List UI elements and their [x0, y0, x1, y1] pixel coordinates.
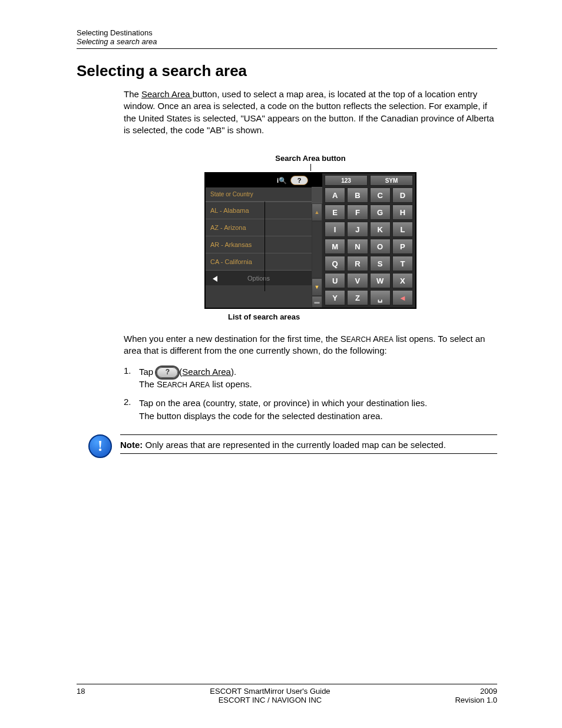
search-area-button[interactable]: ? [290, 176, 308, 185]
key[interactable]: E [325, 205, 345, 220]
scroll-up-icon[interactable]: ▲ [312, 203, 322, 221]
list-item[interactable]: CA - California [206, 253, 312, 270]
key[interactable]: O [370, 239, 391, 254]
footer-rule [77, 684, 497, 684]
search-input[interactable]: State or Country [206, 187, 312, 202]
key[interactable]: A [325, 187, 345, 203]
note-text: Note: Only areas that are represented in… [120, 440, 497, 450]
footer-year: 2009 [455, 687, 497, 696]
step-2: Tap on the area (country, state, or prov… [139, 397, 497, 423]
info-icon: ! [88, 434, 112, 458]
footer-title: ESCORT SmartMirror User's Guide [85, 687, 455, 696]
key[interactable]: D [392, 187, 413, 203]
page-number: 18 [77, 687, 85, 704]
key[interactable]: L [392, 222, 413, 237]
back-icon[interactable] [213, 276, 217, 282]
page-title: Selecting a search area [77, 62, 497, 80]
mode-123-button[interactable]: 123 [325, 175, 368, 186]
key[interactable]: Q [325, 256, 345, 271]
step-number: 2. [124, 397, 139, 423]
header-line1: Selecting Destinations [77, 28, 497, 37]
key[interactable]: G [370, 205, 391, 220]
options-label[interactable]: Options [247, 275, 270, 282]
key[interactable]: H [392, 205, 413, 220]
key[interactable]: R [347, 256, 368, 271]
intro-paragraph: The Search Area button, used to select a… [124, 88, 497, 136]
search-area-link[interactable]: Search Area [141, 89, 193, 99]
header-line2: Selecting a search area [77, 37, 497, 46]
key[interactable]: P [392, 239, 413, 254]
step-number: 1. [124, 365, 139, 391]
key[interactable]: X [392, 273, 413, 288]
step-list: 1. Tap ?(Search Area). The SEARCH AREA l… [124, 365, 497, 423]
key[interactable]: M [325, 239, 345, 254]
note-rule-bottom [120, 453, 497, 454]
magnifier-icon: i🔍 [277, 177, 287, 185]
callout-pointer-top [310, 164, 311, 171]
key[interactable]: W [370, 273, 391, 288]
key[interactable]: K [370, 222, 391, 237]
key[interactable]: T [392, 256, 413, 271]
keyboard-pane: 123 SYM A B C D E F G H I J K [322, 173, 415, 308]
footer-revision: Revision 1.0 [455, 696, 497, 704]
device-screenshot: i🔍 ? State or Country AL - Alabama AZ - … [204, 172, 416, 309]
key[interactable]: U [325, 273, 345, 288]
key[interactable]: I [325, 222, 345, 237]
space-key[interactable]: ␣ [370, 290, 391, 305]
key[interactable]: Z [347, 290, 368, 305]
step-1: Tap ?(Search Area). The SEARCH AREA list… [139, 365, 497, 391]
footer-company: ESCORT INC / NAVIGON INC [85, 696, 455, 704]
list-item[interactable]: AL - Alabama [206, 202, 312, 219]
scroll-track[interactable] [312, 221, 322, 278]
options-bar: Options [206, 270, 312, 285]
key[interactable]: F [347, 205, 368, 220]
inline-search-area-icon: ? [157, 367, 178, 378]
para-instructions: When you enter a new destination for the… [124, 333, 497, 357]
note-rule-top [120, 434, 497, 435]
scroll-down-icon[interactable]: ▼ [312, 278, 322, 296]
page-footer: 18 ESCORT SmartMirror User's Guide ESCOR… [77, 684, 497, 704]
key[interactable]: N [347, 239, 368, 254]
callout-pointer-list [265, 202, 265, 291]
callout-search-area-button: Search Area button [204, 154, 416, 163]
backspace-key[interactable]: ◄ [392, 290, 413, 305]
header-rule [77, 48, 497, 49]
key[interactable]: B [347, 187, 368, 203]
list-item[interactable]: AR - Arkansas [206, 236, 312, 253]
search-area-link-2[interactable]: Search Area [182, 367, 231, 377]
running-header: Selecting Destinations Selecting a searc… [77, 28, 497, 46]
list-item[interactable]: AZ - Arizona [206, 219, 312, 236]
key[interactable]: V [347, 273, 368, 288]
note-block: ! Note: Only areas that are represented … [124, 431, 497, 459]
callout-list-of-areas: List of search areas [228, 312, 416, 321]
device-top-bar: i🔍 ? [206, 173, 312, 187]
key[interactable]: J [347, 222, 368, 237]
figure: Search Area button i🔍 ? State or Country… [124, 154, 497, 321]
key[interactable]: S [370, 256, 391, 271]
scroll-column: ▲ ▼ ▬ [312, 173, 322, 308]
mode-sym-button[interactable]: SYM [370, 175, 413, 186]
key[interactable]: Y [325, 290, 345, 305]
keyboard-grid: A B C D E F G H I J K L M N O [325, 187, 413, 305]
scroll-handle-icon[interactable]: ▬ [312, 296, 322, 308]
key[interactable]: C [370, 187, 391, 203]
